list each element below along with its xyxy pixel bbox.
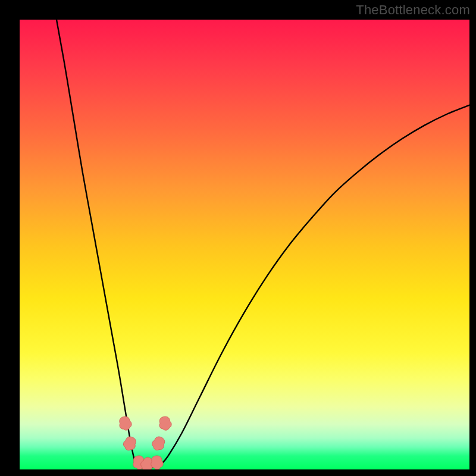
right-marker-upper (158, 415, 172, 431)
left-marker-lower (121, 435, 137, 452)
left-marker-upper (118, 415, 133, 432)
bottleneck-curve (57, 20, 469, 467)
floor-marker-right (151, 455, 164, 469)
watermark-text: TheBottleneck.com (356, 2, 470, 18)
chart-frame: TheBottleneck.com (0, 0, 476, 476)
right-marker-lower (150, 435, 167, 453)
plot-area (20, 20, 469, 469)
curve-layer (20, 20, 469, 469)
